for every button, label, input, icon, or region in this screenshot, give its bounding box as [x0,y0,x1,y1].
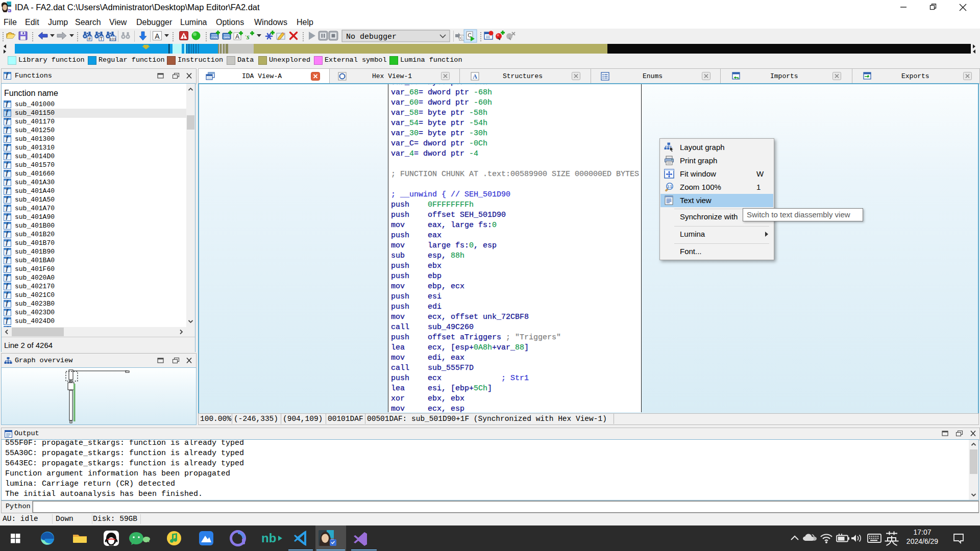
svg-text:2024/6/29: 2024/6/29 [906,537,938,545]
svg-text:‘: ‘ [245,34,247,39]
svg-text:s: s [246,33,250,41]
svg-text:A: A [155,32,160,40]
svg-text:DATA: DATA [224,36,230,39]
svg-text:#: # [88,36,91,41]
svg-text:nb: nb [261,531,276,545]
svg-text:CODE: CODE [211,36,218,39]
svg-text:C: C [460,36,463,40]
svg-text:A: A [235,33,239,40]
svg-text:No debugger: No debugger [346,33,397,41]
svg-text:T: T [100,36,103,41]
svg-text:1:1: 1:1 [667,185,672,188]
svg-text:A: A [473,73,477,80]
svg-text:17:07: 17:07 [913,528,931,536]
svg-text:101: 101 [109,37,116,41]
